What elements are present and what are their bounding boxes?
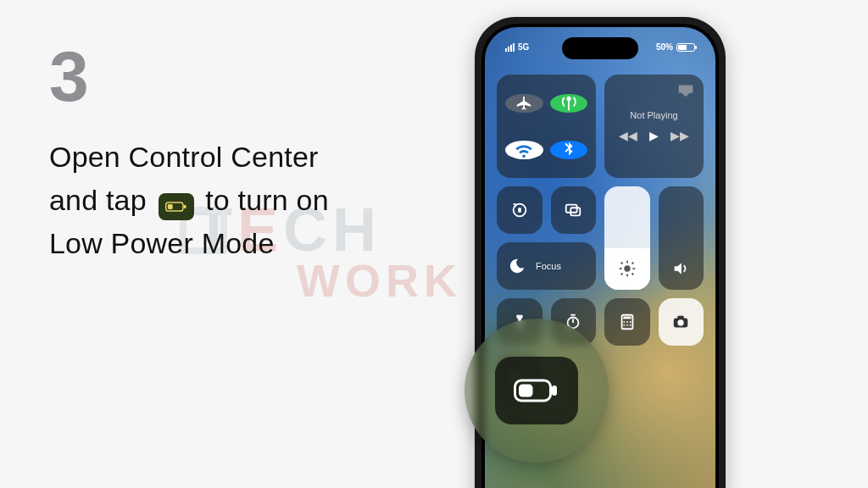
battery-low-icon [165,200,187,214]
orientation-lock-icon [510,201,529,219]
battery-icon [514,378,559,403]
wifi-icon [515,141,533,159]
sun-icon [618,259,637,281]
network-label: 5G [518,42,529,52]
brightness-slider[interactable] [604,186,650,290]
now-playing-label: Not Playing [630,110,677,120]
focus-label: Focus [536,261,561,271]
wifi-toggle[interactable] [505,141,543,159]
next-track-icon[interactable]: ▶▶ [670,129,689,142]
media-tile[interactable]: Not Playing ◀◀ ▶ ▶▶ [604,75,704,178]
status-bar: 5G 50% [485,42,715,52]
instruction-panel: 3 Open Control Center and tap to turn on… [49,41,439,265]
battery-status-icon [676,43,695,52]
antenna-icon [559,94,578,113]
prev-track-icon[interactable]: ◀◀ [619,129,637,142]
camera-icon [671,313,690,331]
media-controls: ◀◀ ▶ ▶▶ [619,129,689,142]
svg-rect-35 [519,385,533,397]
svg-point-25 [626,324,628,326]
bluetooth-toggle[interactable] [550,141,588,159]
calculator-icon [618,313,637,331]
orientation-lock-button[interactable] [497,186,542,234]
connectivity-group [497,75,596,178]
svg-point-24 [623,324,625,326]
svg-rect-20 [623,317,631,319]
svg-rect-2 [167,204,172,209]
svg-rect-29 [678,316,684,319]
svg-point-22 [626,321,628,323]
screen-mirroring-button[interactable] [551,186,597,234]
svg-rect-34 [552,385,557,396]
svg-line-13 [632,274,633,275]
low-power-mode-button-zoom[interactable] [495,357,578,424]
svg-rect-4 [518,208,521,213]
svg-point-7 [624,265,630,271]
svg-point-21 [623,321,625,323]
volume-slider[interactable] [659,186,704,290]
svg-point-28 [678,319,684,325]
airplane-mode-toggle[interactable] [505,94,543,113]
bluetooth-icon [559,141,578,159]
step-number: 3 [49,41,439,112]
airplane-icon [515,94,533,113]
screen-mirroring-icon [564,201,582,219]
signal-bars-icon [505,43,515,52]
svg-point-26 [630,324,632,326]
camera-button[interactable] [659,298,704,346]
battery-percent: 50% [656,42,673,52]
calculator-button[interactable] [604,298,650,346]
focus-button[interactable]: Focus [497,242,596,290]
play-icon[interactable]: ▶ [649,129,659,142]
speaker-icon [671,259,690,281]
svg-line-15 [632,263,633,264]
svg-line-12 [620,263,622,264]
airplay-icon[interactable] [676,81,695,103]
zoom-callout [465,319,609,463]
step-text: Open Control Center and tap to turn on L… [49,136,439,265]
svg-rect-1 [183,205,186,208]
low-power-badge [159,193,194,220]
svg-line-14 [620,274,622,275]
cellular-data-toggle[interactable] [550,94,588,113]
svg-point-23 [630,321,632,323]
moon-icon [507,257,526,275]
